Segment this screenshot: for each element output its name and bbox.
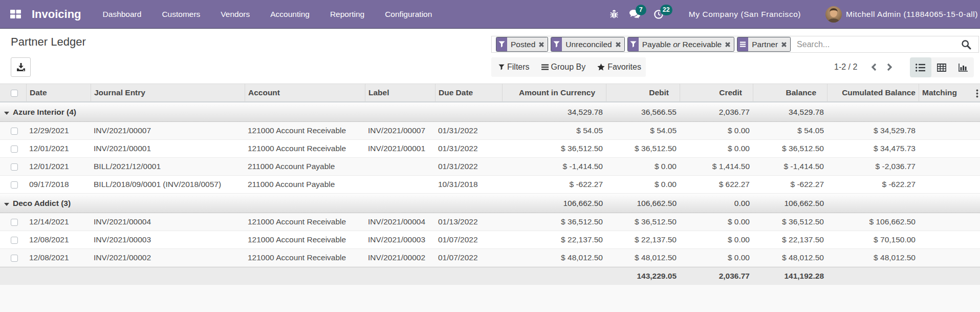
menu-configuration[interactable]: Configuration	[375, 0, 442, 29]
cell-cumulated-balance: $ -622.27	[827, 176, 919, 194]
cell-account: 121000 Account Receivable	[245, 122, 365, 140]
table-row[interactable]: 12/01/2021 BILL/2021/12/0001 211000 Acco…	[0, 158, 980, 176]
row-checkbox[interactable]	[11, 181, 18, 189]
cell-matching	[919, 122, 980, 140]
cell-debit: $ 48,012.50	[606, 249, 680, 267]
cell-due-date: 01/13/2022	[435, 213, 502, 231]
menu-dashboard[interactable]: Dashboard	[93, 0, 152, 29]
column-header-amount-in-currency[interactable]: Amount in Currency	[502, 84, 606, 102]
company-switcher[interactable]: My Company (San Francisco)	[689, 10, 801, 19]
column-header-cumulated-balance[interactable]: Cumulated Balance	[827, 84, 919, 102]
facet-partner[interactable]: Partner	[737, 37, 791, 52]
menu-customers[interactable]: Customers	[151, 0, 210, 29]
row-checkbox[interactable]	[11, 145, 18, 153]
table-row[interactable]: 09/17/2018 BILL/2018/09/0001 (INV/2018/0…	[0, 176, 980, 194]
menu-accounting[interactable]: Accounting	[260, 0, 320, 29]
search-icon[interactable]	[961, 39, 971, 52]
pager-previous-icon[interactable]	[870, 63, 877, 71]
cell-label: INV/2021/00001	[365, 140, 435, 158]
table-row[interactable]: 12/01/2021 INV/2021/00001 121000 Account…	[0, 140, 980, 158]
pivot-view-icon	[937, 64, 946, 72]
menu-reporting[interactable]: Reporting	[320, 0, 375, 29]
row-checkbox[interactable]	[11, 128, 18, 135]
group-agg-debit: 106,662.50	[606, 194, 680, 213]
group-row-deco-addict[interactable]: Deco Addict (3) 106,662.50 106,662.50 0.…	[0, 194, 980, 213]
table-row[interactable]: 12/14/2021 INV/2021/00004 121000 Account…	[0, 213, 980, 231]
cell-label: INV/2021/00007	[365, 122, 435, 140]
group-row-azure-interior[interactable]: Azure Interior (4) 34,529.78 36,566.55 2…	[0, 102, 980, 122]
cell-balance: $ 36,512.50	[753, 140, 827, 158]
apps-menu-icon[interactable]	[0, 10, 21, 18]
facet-posted-label: Posted	[511, 40, 535, 49]
facet-payable-remove-icon[interactable]	[725, 41, 731, 48]
export-download-button[interactable]	[11, 57, 31, 77]
column-header-label[interactable]: Label	[365, 84, 435, 102]
app-brand[interactable]: Invoicing	[32, 8, 81, 21]
user-avatar[interactable]	[825, 6, 842, 23]
row-checkbox[interactable]	[11, 219, 18, 226]
cell-label	[365, 176, 435, 194]
row-checkbox[interactable]	[11, 255, 18, 262]
table-row[interactable]: 12/08/2021 INV/2021/00002 121000 Account…	[0, 249, 980, 267]
cell-account: 121000 Account Receivable	[245, 140, 365, 158]
facet-posted-remove-icon[interactable]	[538, 41, 545, 48]
column-header-balance[interactable]: Balance	[753, 84, 827, 102]
cell-amount-in-currency: $ 54.05	[502, 122, 606, 140]
select-all-checkbox[interactable]	[11, 90, 18, 97]
user-menu[interactable]: Mitchell Admin (11884065-15-0-all)	[846, 10, 978, 19]
optional-columns-icon[interactable]	[976, 89, 978, 100]
cell-date: 12/08/2021	[26, 231, 91, 249]
facet-payable-or-receivable[interactable]: Payable or Receivable	[627, 37, 735, 52]
pager-next-icon[interactable]	[886, 63, 893, 71]
cell-date: 12/14/2021	[26, 213, 91, 231]
facet-unreconciled-remove-icon[interactable]	[615, 41, 621, 48]
cell-journal-entry: BILL/2021/12/0001	[91, 158, 245, 176]
cell-cumulated-balance: $ 106,662.50	[827, 213, 919, 231]
cell-cumulated-balance: $ 34,529.78	[827, 122, 919, 140]
group-expanded-caret-icon	[4, 108, 9, 117]
column-header-account[interactable]: Account	[245, 84, 365, 102]
search-input[interactable]: Search...	[797, 40, 977, 49]
cell-balance: $ 36,512.50	[753, 213, 827, 231]
filters-button[interactable]: Filters	[498, 63, 530, 72]
column-header-debit[interactable]: Debit	[606, 84, 680, 102]
graph-view-button[interactable]	[952, 57, 974, 77]
control-panel: Partner Ledger Posted	[0, 29, 980, 84]
cell-journal-entry: INV/2021/00001	[91, 140, 245, 158]
messages-icon[interactable]: 7	[629, 10, 641, 18]
column-header-date[interactable]: Date	[26, 84, 91, 102]
facet-posted[interactable]: Posted	[496, 37, 548, 52]
cell-amount-in-currency: $ 48,012.50	[502, 249, 606, 267]
cell-due-date: 01/07/2022	[435, 231, 502, 249]
column-header-credit[interactable]: Credit	[680, 84, 753, 102]
pivot-view-button[interactable]	[931, 57, 953, 77]
column-header-due-date[interactable]: Due Date	[435, 84, 502, 102]
column-header-matching[interactable]: Matching	[919, 84, 980, 102]
activities-clock-icon[interactable]: 22	[654, 10, 663, 19]
facet-partner-remove-icon[interactable]	[781, 41, 787, 48]
menu-vendors[interactable]: Vendors	[210, 0, 260, 29]
list-view-button[interactable]	[910, 57, 931, 77]
cell-account: 211000 Account Payable	[245, 158, 365, 176]
top-navbar: Invoicing Dashboard Customers Vendors Ac…	[0, 0, 980, 29]
cell-matching	[919, 231, 980, 249]
table-row[interactable]: 12/29/2021 INV/2021/00007 121000 Account…	[0, 122, 980, 140]
table-row[interactable]: 12/08/2021 INV/2021/00003 121000 Account…	[0, 231, 980, 249]
groupby-facet-icon	[737, 37, 748, 51]
column-header-journal-entry[interactable]: Journal Entry	[91, 84, 245, 102]
search-bar[interactable]: Posted Unreconciled Payable	[491, 36, 979, 53]
debug-bug-icon[interactable]	[610, 9, 618, 19]
row-checkbox[interactable]	[11, 237, 18, 244]
group-by-button[interactable]: Group By	[541, 63, 586, 72]
row-checkbox[interactable]	[11, 163, 18, 171]
cell-label: INV/2021/00002	[365, 249, 435, 267]
cell-credit: $ 1,414.50	[680, 158, 753, 176]
favorites-button[interactable]: Favorites	[597, 63, 641, 72]
cell-date: 09/17/2018	[26, 176, 91, 194]
group-name-label: Azure Interior (4)	[13, 108, 76, 117]
facet-unreconciled[interactable]: Unreconciled	[551, 37, 624, 52]
facet-unreconciled-label: Unreconciled	[565, 40, 612, 49]
partner-ledger-table: Date Journal Entry Account Label Due Dat…	[0, 84, 980, 285]
cell-journal-entry: INV/2021/00003	[91, 231, 245, 249]
cell-journal-entry: INV/2021/00007	[91, 122, 245, 140]
